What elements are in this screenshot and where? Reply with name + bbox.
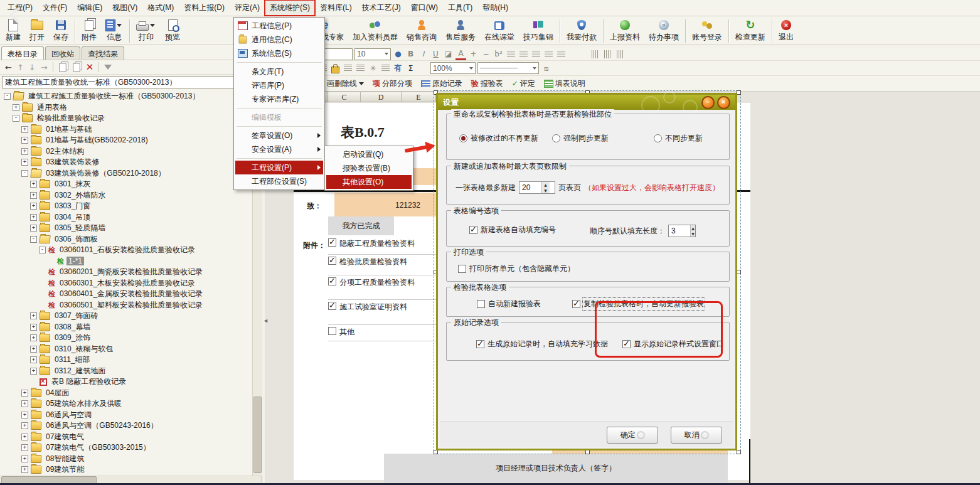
menubar-item[interactable]: 资料库(L): [315, 0, 357, 16]
tree-item[interactable]: +01地基与基础: [0, 124, 252, 136]
tree-toggle-icon[interactable]: +: [30, 225, 37, 232]
tree-toggle-icon[interactable]: -: [4, 93, 11, 100]
tree-item[interactable]: 检1-*1: [0, 256, 252, 267]
toolbar-button-退出[interactable]: ×退出: [774, 18, 798, 45]
tree-toggle-icon[interactable]: -: [30, 236, 37, 243]
tree-toggle-icon[interactable]: +: [21, 148, 28, 155]
ok-button[interactable]: 确定: [607, 427, 658, 444]
menubar-item[interactable]: 视图(V): [107, 0, 142, 16]
hatch-icon[interactable]: [602, 49, 612, 60]
radio-被修改过的不再更新[interactable]: [459, 134, 467, 142]
standard-path-box[interactable]: 建筑工程施工质量验收统一标准（GB50300-2013）: [2, 76, 262, 88]
tree-toggle-icon[interactable]: +: [21, 422, 28, 429]
attachment-checkbox[interactable]: [328, 277, 336, 285]
menu-item[interactable]: 评语库(P): [235, 78, 323, 92]
tree-toggle-icon[interactable]: +: [21, 400, 28, 407]
tree-toggle-icon[interactable]: -: [39, 247, 46, 253]
row7-cell[interactable]: 我方已完成: [328, 216, 394, 235]
tree-toggle-icon[interactable]: +: [21, 466, 28, 473]
toolbar-button-待办事项[interactable]: 待办事项: [644, 18, 683, 45]
attachment-checkbox[interactable]: [328, 302, 336, 310]
format-command-报验表[interactable]: 验报验表: [471, 78, 503, 89]
menu-item[interactable]: 工程信息(P): [235, 19, 323, 33]
close-button[interactable]: ×: [717, 96, 730, 109]
tree-item[interactable]: 检03060501_塑料板安装检验批质量验收记录: [0, 300, 252, 311]
tree-item[interactable]: +07建筑电气: [0, 432, 252, 443]
tree-item[interactable]: +06通风与空调（GB50243-2016）: [0, 420, 252, 432]
format-command-原始记录[interactable]: 原始记录: [421, 78, 462, 89]
toolbar-button-新建[interactable]: 新建: [1, 18, 25, 45]
tree-toggle-icon[interactable]: -: [13, 115, 19, 122]
auto-number-checkbox[interactable]: [469, 226, 477, 234]
menubar-item[interactable]: 窗口(W): [406, 0, 443, 16]
tree-item[interactable]: +0303_门窗: [0, 201, 252, 212]
toolbar-button-我要付款[interactable]: 我要付款: [562, 18, 601, 45]
toolbar-button-售后服务[interactable]: 售后服务: [441, 18, 480, 45]
align-justify-icon[interactable]: [506, 49, 516, 60]
menu-item[interactable]: 工程设置(P): [235, 161, 323, 174]
toolbar-button-预览[interactable]: 预览: [161, 18, 184, 45]
diagonal-icon[interactable]: ⧅: [541, 63, 551, 73]
menubar-item[interactable]: 评定(A): [230, 0, 265, 16]
hand-icon[interactable]: ✳: [368, 63, 378, 73]
chevron-down-icon[interactable]: [150, 24, 155, 27]
auto-update-report-checkbox[interactable]: [572, 300, 580, 308]
up-arrow-icon[interactable]: ↑: [17, 63, 24, 72]
panel-collapse-icon[interactable]: ◄: [263, 312, 268, 329]
tree-item[interactable]: +0301_抹灰: [0, 179, 252, 190]
italic-button[interactable]: I: [418, 49, 429, 60]
menubar-item[interactable]: 工具(T): [443, 0, 477, 16]
tree-toggle-icon[interactable]: +: [30, 334, 37, 341]
column-header-e[interactable]: E: [402, 92, 436, 102]
menu-item[interactable]: 专家评语库(Z): [235, 92, 323, 106]
sum-icon[interactable]: Σ: [405, 63, 416, 73]
submenu-item[interactable]: 报验表设置(B): [326, 161, 412, 175]
tree-item[interactable]: +07建筑电气（GB50303-2015）: [0, 442, 252, 454]
tree-toggle-icon[interactable]: +: [30, 214, 37, 221]
row18-cell[interactable]: 项目经理或项目技术负责人（签字）: [384, 454, 728, 482]
cancel-button[interactable]: 取消: [671, 427, 722, 444]
submenu-item[interactable]: 启动设置(Q): [326, 147, 412, 161]
tree-item[interactable]: +09建筑节能: [0, 464, 252, 476]
tree-item[interactable]: +0305_轻质隔墙: [0, 223, 252, 234]
menu-item[interactable]: 工程部位设置(S): [235, 174, 323, 188]
tree-item[interactable]: 检03060401_金属板安装检验批质量验收记录: [0, 289, 252, 300]
menubar-item[interactable]: 文件(F): [38, 0, 72, 16]
tree-item[interactable]: +0310_裱糊与软包: [0, 344, 252, 355]
tree-item[interactable]: +0302_外墙防水: [0, 190, 252, 201]
tree-toggle-icon[interactable]: +: [21, 444, 28, 451]
tree-item[interactable]: 表B 隐蔽工程验收记录: [0, 376, 252, 388]
toolbar-button-销售咨询[interactable]: 销售咨询: [402, 18, 441, 45]
toolbar-button-保存[interactable]: 保存: [49, 18, 73, 45]
hatch-icon[interactable]: [614, 49, 625, 60]
tree-toggle-icon[interactable]: +: [21, 137, 28, 144]
fill-length-spinner[interactable]: 3▲▼: [668, 225, 696, 237]
hatch-icon[interactable]: [589, 49, 600, 60]
delete-icon[interactable]: ✕: [86, 61, 94, 73]
tree-toggle-icon[interactable]: +: [21, 390, 28, 397]
menubar-item[interactable]: 资料上报(D): [179, 0, 230, 16]
radio-强制同步更新[interactable]: [552, 134, 560, 142]
radio-不同步更新[interactable]: [654, 134, 662, 142]
menu-item[interactable]: 签章设置(O): [235, 129, 323, 142]
tree-toggle-icon[interactable]: +: [30, 181, 37, 188]
menubar-item[interactable]: 系统维护(S): [265, 0, 315, 16]
menu-item[interactable]: 通用信息(C): [235, 33, 323, 46]
toolbar-button-上报资料[interactable]: 上报资料: [605, 18, 644, 45]
font-color-icon[interactable]: A: [455, 48, 466, 60]
filter-icon[interactable]: [104, 65, 112, 70]
down-arrow-icon[interactable]: ↓: [29, 63, 36, 72]
tree-toggle-icon[interactable]: +: [30, 312, 37, 319]
tree-item[interactable]: -03建筑装饰装修（GB50210-2018）: [0, 168, 252, 179]
tree-item[interactable]: +01地基与基础(GB50202-2018): [0, 135, 252, 146]
tree-item[interactable]: +0307_饰面砖: [0, 311, 252, 322]
toolbar-button-在线课堂[interactable]: 在线课堂: [480, 18, 519, 45]
tab-回收站[interactable]: 回收站: [45, 46, 80, 60]
tree-toggle-icon[interactable]: +: [21, 456, 28, 462]
pattern-dropdown-icon[interactable]: [380, 63, 391, 73]
tree-item[interactable]: +0304_吊顶: [0, 212, 252, 223]
tree-item[interactable]: +0309_涂饰: [0, 333, 252, 344]
copy-form-icon[interactable]: [73, 63, 80, 72]
attachment-checkbox[interactable]: [328, 257, 336, 265]
toolbar-button-技巧集锦[interactable]: 技巧集锦: [519, 18, 558, 45]
